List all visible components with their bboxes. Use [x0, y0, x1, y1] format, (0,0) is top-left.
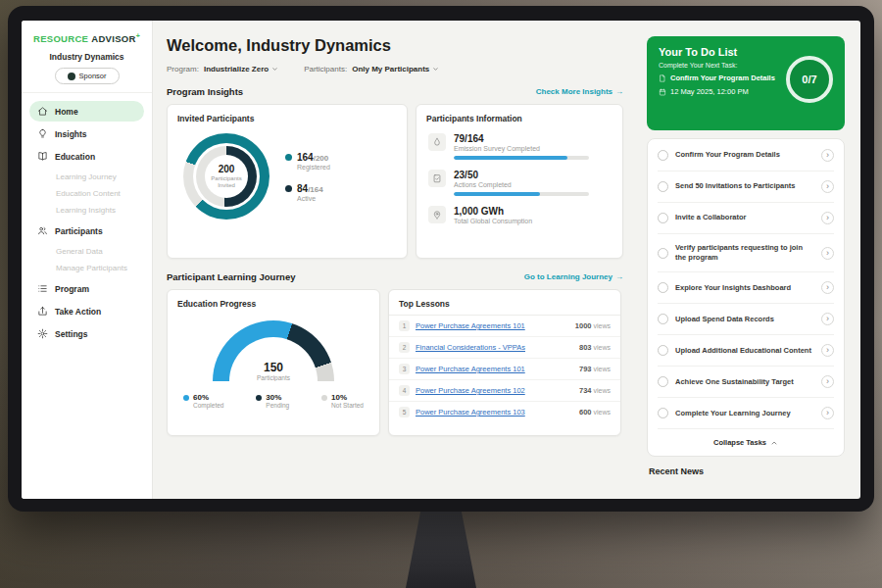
chevron-right-icon[interactable]: › — [821, 344, 834, 357]
lesson-rank: 5 — [399, 407, 410, 417]
lesson-link[interactable]: Power Purchase Agreements 103 — [416, 408, 573, 416]
learning-journey-header: Participant Learning Journey Go to Learn… — [167, 271, 623, 282]
check-more-insights-link[interactable]: Check More Insights → — [536, 87, 623, 96]
task-label: Achieve One Sustainability Target — [675, 377, 814, 387]
lesson-rank: 1 — [399, 320, 410, 331]
task-label: Upload Additional Educational Content — [675, 346, 814, 356]
lesson-link[interactable]: Power Purchase Agreements 101 — [416, 321, 569, 330]
sidebar-item-insights[interactable]: Insights — [29, 123, 144, 144]
sidebar-item-label: Take Action — [55, 307, 101, 317]
task-label: Confirm Your Program Details — [675, 150, 814, 160]
sidebar-item-label: Education Content — [56, 189, 121, 198]
checkbox-icon[interactable] — [658, 282, 668, 293]
progress-bar — [454, 192, 589, 196]
todo-panel: Your To Do List Complete Your Next Task:… — [637, 21, 860, 499]
lesson-row: 4 Power Purchase Agreements 102 734views — [389, 380, 620, 402]
chevron-right-icon[interactable]: › — [821, 247, 834, 260]
lesson-link[interactable]: Power Purchase Agreements 101 — [416, 365, 573, 373]
lesson-rank: 4 — [399, 385, 410, 396]
sidebar-item-education[interactable]: Education — [29, 146, 144, 167]
brand-logo: RESOURCEADVISOR+ — [22, 21, 152, 48]
lesson-views: 734 — [579, 386, 592, 395]
lesson-views-unit: views — [593, 344, 611, 351]
chevron-up-icon — [770, 439, 778, 447]
checkbox-icon[interactable] — [658, 150, 668, 161]
sidebar-item-education-content[interactable]: Education Content — [29, 185, 144, 202]
task-item[interactable]: Upload Additional Educational Content › — [658, 335, 834, 367]
chevron-right-icon[interactable]: › — [821, 149, 834, 162]
legend-item-registered: 164/200 Registered — [285, 152, 330, 171]
task-item[interactable]: Invite a Collaborator › — [658, 203, 834, 234]
participants-filter-label: Participants: — [304, 65, 347, 74]
legend-label: Completed — [193, 402, 223, 409]
chevron-right-icon[interactable]: › — [821, 313, 834, 325]
todo-due-label: 12 May 2025, 12:00 PM — [670, 87, 749, 96]
emission-icon — [432, 137, 442, 147]
brand-plus: + — [136, 32, 140, 39]
legend-item-active: 84/164 Active — [285, 183, 330, 202]
checklist-icon — [432, 173, 442, 183]
program-filter-dropdown[interactable]: Industrialize Zero — [204, 65, 278, 74]
checkbox-icon[interactable] — [658, 248, 668, 259]
checkbox-icon[interactable] — [658, 376, 668, 387]
sidebar-item-learning-journey[interactable]: Learning Journey — [29, 169, 144, 185]
go-to-learning-journey-label: Go to Learning Journey — [524, 272, 612, 281]
chevron-right-icon[interactable]: › — [821, 407, 834, 419]
sidebar-item-label: Program — [55, 284, 89, 294]
chevron-right-icon[interactable]: › — [821, 212, 834, 224]
checkbox-icon[interactable] — [658, 345, 668, 356]
chevron-right-icon[interactable]: › — [821, 281, 834, 294]
task-item[interactable]: Upload Spend Data Records › — [658, 304, 834, 335]
sidebar-item-take-action[interactable]: Take Action — [29, 301, 144, 321]
task-item[interactable]: Achieve One Sustainability Target › — [658, 367, 834, 398]
checkbox-icon[interactable] — [658, 314, 668, 324]
gauge-legend: 60% Completed 30% Pending — [168, 381, 379, 409]
task-item[interactable]: Send 50 Invitations to Participants › — [658, 172, 834, 203]
task-item[interactable]: Verify participants requesting to join t… — [658, 234, 834, 272]
calendar-icon — [659, 88, 666, 96]
lesson-views-unit: views — [593, 366, 611, 372]
task-label: Send 50 Invitations to Participants — [675, 181, 814, 191]
task-item[interactable]: Confirm Your Program Details › — [658, 140, 834, 172]
sidebar-item-manage-participants[interactable]: Manage Participants — [29, 260, 144, 276]
go-to-learning-journey-link[interactable]: Go to Learning Journey → — [524, 272, 623, 281]
invited-participants-donut: 200 Participants Invited — [183, 133, 270, 220]
dashboard-screen: RESOURCEADVISOR+ Industry Dynamics Spons… — [22, 21, 860, 499]
chevron-right-icon[interactable]: › — [821, 375, 834, 388]
sidebar-item-home[interactable]: Home — [29, 101, 144, 122]
lesson-link[interactable]: Power Purchase Agreements 102 — [416, 386, 573, 395]
checkbox-icon[interactable] — [658, 181, 668, 192]
sidebar-item-learning-insights[interactable]: Learning Insights — [29, 202, 144, 219]
book-icon — [37, 151, 48, 162]
location-pin-icon — [432, 210, 442, 220]
top-lessons-card: Top Lessons 1 Power Purchase Agreements … — [388, 289, 621, 436]
gauge-center-value: 150 — [213, 361, 334, 374]
task-item[interactable]: Complete Your Learning Journey › — [658, 398, 834, 429]
collapse-tasks-link[interactable]: Collapse Tasks — [658, 429, 834, 455]
lesson-link[interactable]: Financial Considerations - VPPAs — [416, 343, 573, 352]
program-filter-label: Program: — [167, 65, 199, 74]
sidebar-item-settings[interactable]: Settings — [29, 323, 144, 344]
learning-journey-cards: Education Progress 150 Participants — [167, 289, 623, 436]
lesson-row: 3 Power Purchase Agreements 101 793views — [389, 359, 620, 380]
chevron-right-icon[interactable]: › — [821, 180, 834, 193]
sidebar-item-program[interactable]: Program — [29, 278, 144, 299]
participants-filter-dropdown[interactable]: Only My Participants — [352, 65, 439, 74]
lightbulb-icon — [37, 128, 48, 139]
progress-fill — [454, 192, 540, 196]
document-icon — [659, 74, 666, 82]
legend-label: Not Started — [331, 402, 364, 409]
todo-task-list: Confirm Your Program Details › Send 50 I… — [647, 138, 845, 457]
todo-next-task-label: Confirm Your Program Details — [670, 74, 775, 82]
task-item[interactable]: Explore Your Insights Dashboard › — [658, 272, 834, 304]
checkbox-icon[interactable] — [658, 213, 668, 223]
sponsor-badge[interactable]: Sponsor — [55, 68, 120, 84]
sidebar-divider — [22, 92, 152, 93]
stat-global-consumption: 1,000 GWh Total Global Consumption — [416, 196, 622, 224]
program-insights-cards: Invited Participants 200 Participants In… — [167, 104, 623, 259]
checkbox-icon[interactable] — [658, 408, 668, 418]
sidebar-item-general-data[interactable]: General Data — [29, 243, 144, 260]
legend-label: Active — [297, 195, 323, 202]
invited-participants-card: Invited Participants 200 Participants In… — [167, 104, 408, 259]
sidebar-item-participants[interactable]: Participants — [29, 220, 144, 241]
